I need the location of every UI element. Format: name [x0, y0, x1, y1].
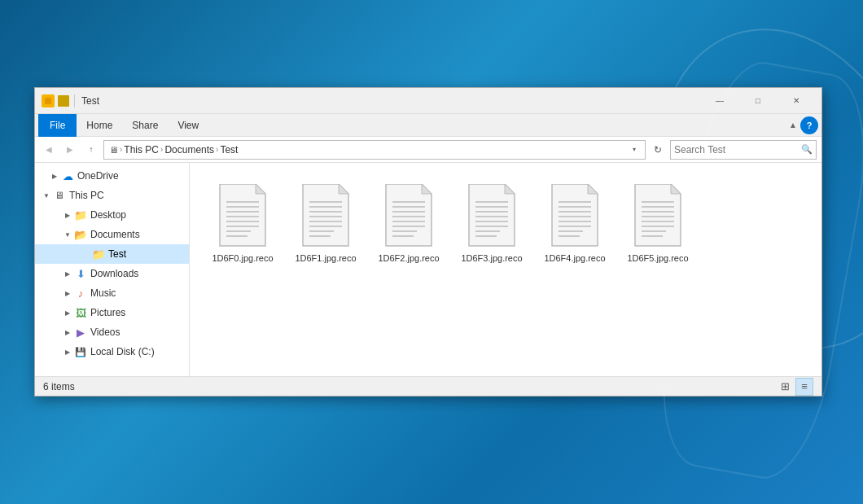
sidebar-label-onedrive: OneDrive	[77, 170, 119, 182]
file-item[interactable]: 1D6F3.jpg.reco	[455, 179, 528, 360]
expander-pictures[interactable]: ▶	[61, 306, 74, 319]
file-icon	[466, 184, 518, 249]
folder-test-icon: 📁	[92, 248, 105, 260]
title-pin-icon	[58, 95, 69, 107]
search-input[interactable]	[674, 144, 798, 156]
path-thispc-label: This PC	[124, 144, 159, 156]
expander-documents[interactable]: ▼	[61, 228, 74, 241]
minimize-button[interactable]: —	[701, 88, 738, 114]
sidebar-item-pictures[interactable]: ▶ 🖼 Pictures	[35, 303, 189, 322]
file-icon	[383, 184, 435, 249]
file-icon	[632, 184, 684, 249]
videos-icon: ▶	[74, 327, 87, 338]
window-icon	[42, 94, 55, 107]
expander-desktop[interactable]: ▶	[61, 208, 74, 221]
sidebar-label-thispc: This PC	[69, 190, 104, 201]
path-segment-thispc[interactable]: This PC	[124, 144, 159, 156]
computer-icon: 🖥	[53, 190, 66, 201]
sidebar-label-downloads: Downloads	[90, 268, 138, 279]
path-documents-label: Documents	[164, 144, 214, 156]
file-item[interactable]: 1D6F2.jpg.reco	[372, 179, 445, 360]
file-item[interactable]: 1D6F5.jpg.reco	[621, 179, 694, 360]
tab-view[interactable]: View	[168, 114, 208, 137]
file-name: 1D6F4.jpg.reco	[544, 252, 605, 264]
path-arrow-2: ›	[160, 145, 163, 154]
sidebar-label-videos: Videos	[90, 327, 120, 338]
item-count: 6 items	[43, 381, 75, 392]
path-arrow-3: ›	[216, 145, 218, 154]
address-path[interactable]: 🖥 › This PC › Documents › Test ▾	[103, 140, 646, 160]
tab-share[interactable]: Share	[122, 114, 168, 137]
sidebar-item-localdisk[interactable]: ▶ 💾 Local Disk (C:)	[35, 342, 189, 362]
folder-desktop-icon: 📁	[74, 209, 87, 221]
file-icon	[217, 184, 269, 249]
path-arrow-1: ›	[120, 145, 122, 154]
file-content-area: 1D6F0.jpg.reco	[190, 163, 821, 376]
window-title: Test	[81, 95, 701, 107]
back-button[interactable]: ◀	[40, 141, 58, 159]
view-buttons: ⊞ ≡	[776, 378, 813, 396]
sidebar-label-desktop: Desktop	[90, 209, 126, 221]
navigation-pane: ▶ ☁ OneDrive ▼ 🖥 This PC ▶ 📁 Desktop ▼ 📂…	[35, 163, 190, 376]
path-segment-documents[interactable]: Documents	[164, 144, 214, 156]
file-name: 1D6F2.jpg.reco	[378, 252, 439, 264]
file-item[interactable]: 1D6F0.jpg.reco	[206, 179, 279, 360]
ribbon-tabs: File Home Share View ▲ ?	[35, 114, 821, 137]
close-button[interactable]: ✕	[778, 88, 815, 114]
refresh-button[interactable]: ↻	[649, 141, 667, 159]
sidebar-item-documents[interactable]: ▼ 📂 Documents	[35, 225, 189, 244]
sidebar-item-thispc[interactable]: ▼ 🖥 This PC	[35, 186, 189, 205]
sidebar-item-videos[interactable]: ▶ ▶ Videos	[35, 322, 189, 342]
sidebar-item-desktop[interactable]: ▶ 📁 Desktop	[35, 205, 189, 225]
expander-music[interactable]: ▶	[61, 287, 74, 300]
title-bar: Test — □ ✕	[35, 88, 821, 114]
music-icon: ♪	[74, 287, 87, 299]
file-icon	[549, 184, 601, 249]
file-item[interactable]: 1D6F1.jpg.reco	[289, 179, 362, 360]
expander-thispc[interactable]: ▼	[40, 189, 53, 202]
file-name: 1D6F1.jpg.reco	[295, 252, 356, 264]
file-explorer-window: Test — □ ✕ File Home Share View ▲ ? ◀ ▶ …	[34, 87, 822, 397]
expander-localdisk[interactable]: ▶	[61, 345, 74, 358]
address-bar: ◀ ▶ ↑ 🖥 › This PC › Documents › Test ▾ ↻…	[35, 137, 821, 163]
sidebar-label-test: Test	[108, 248, 126, 260]
folder-documents-icon: 📂	[74, 229, 87, 240]
main-content: ▶ ☁ OneDrive ▼ 🖥 This PC ▶ 📁 Desktop ▼ 📂…	[35, 163, 821, 376]
pictures-icon: 🖼	[74, 307, 87, 318]
sidebar-label-pictures: Pictures	[90, 307, 125, 318]
search-icon[interactable]: 🔍	[801, 144, 813, 155]
drive-icon: 💾	[74, 346, 87, 357]
view-list-button[interactable]: ≡	[795, 378, 813, 396]
help-button[interactable]: ?	[800, 116, 818, 134]
view-grid-button[interactable]: ⊞	[776, 378, 794, 396]
sidebar-label-localdisk: Local Disk (C:)	[90, 346, 155, 357]
file-name: 1D6F0.jpg.reco	[212, 252, 273, 264]
sidebar-label-music: Music	[90, 287, 116, 299]
sidebar-item-test[interactable]: 📁 Test	[35, 244, 189, 264]
sidebar-item-music[interactable]: ▶ ♪ Music	[35, 283, 189, 303]
path-computer-icon: 🖥	[109, 145, 118, 155]
sidebar-label-documents: Documents	[90, 229, 140, 240]
onedrive-icon: ☁	[61, 170, 74, 182]
path-dropdown-icon[interactable]: ▾	[629, 140, 640, 160]
maximize-button[interactable]: □	[739, 88, 777, 114]
path-test-label: Test	[220, 144, 238, 156]
search-box[interactable]: 🔍	[670, 140, 817, 160]
file-name: 1D6F5.jpg.reco	[627, 252, 688, 264]
expander-onedrive[interactable]: ▶	[48, 169, 61, 182]
tab-file[interactable]: File	[38, 114, 77, 137]
window-controls: — □ ✕	[701, 88, 815, 114]
ribbon-collapse-btn[interactable]: ▲	[789, 121, 797, 129]
expander-downloads[interactable]: ▶	[61, 267, 74, 280]
sidebar-item-downloads[interactable]: ▶ ⬇ Downloads	[35, 264, 189, 283]
title-separator	[74, 94, 75, 107]
sidebar-item-onedrive[interactable]: ▶ ☁ OneDrive	[35, 166, 189, 186]
forward-button[interactable]: ▶	[61, 141, 79, 159]
file-item[interactable]: 1D6F4.jpg.reco	[538, 179, 611, 360]
up-button[interactable]: ↑	[82, 141, 100, 159]
path-segment-test[interactable]: Test	[220, 144, 238, 156]
files-grid: 1D6F0.jpg.reco	[198, 171, 813, 368]
file-name: 1D6F3.jpg.reco	[461, 252, 522, 264]
tab-home[interactable]: Home	[77, 114, 122, 137]
expander-videos[interactable]: ▶	[61, 326, 74, 339]
